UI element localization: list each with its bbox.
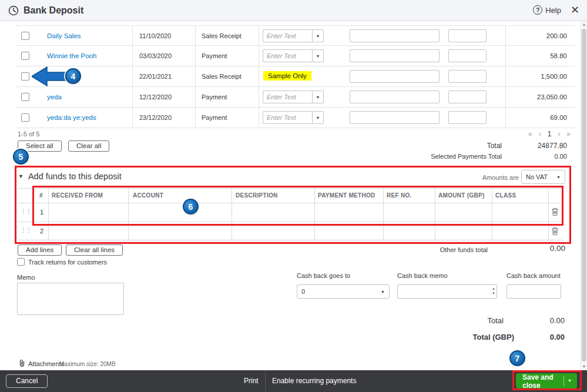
cancel-button[interactable]: Cancel	[6, 374, 48, 388]
chevron-down-icon: ▼	[316, 95, 320, 99]
step-badge-6: 6	[183, 199, 199, 215]
tax-treatment-select[interactable]: No VAT ▼	[521, 170, 565, 184]
sample-only-highlight[interactable]: Sample Only	[263, 71, 311, 81]
row-checkbox[interactable]	[21, 32, 29, 40]
row-checkbox[interactable]	[21, 52, 29, 60]
step-badge-4: 4	[65, 68, 81, 84]
row-text-input-2[interactable]	[448, 111, 487, 124]
cash-back-goes-to-label: Cash back goes to	[297, 272, 350, 279]
customer-link[interactable]: Daily Sales	[47, 32, 81, 39]
customer-link[interactable]: Winnie the Pooh	[47, 52, 96, 59]
clear-all-lines-button[interactable]: Clear all lines	[66, 244, 123, 256]
customer-link[interactable]: yeda:da ye:yeds	[47, 114, 96, 121]
chevron-down-icon[interactable]: ▼	[568, 378, 572, 383]
row-text-input-1[interactable]	[350, 70, 440, 83]
dropdown-button[interactable]: ▼	[312, 49, 324, 62]
chevron-down-icon: ▼	[556, 175, 561, 179]
cash-back-account-select[interactable]: 0 ▼	[297, 284, 390, 299]
row-checkbox[interactable]	[21, 113, 29, 122]
vertical-scrollbar[interactable]: ▲ ▼	[581, 21, 587, 370]
cash-back-memo-field: ▲▼	[397, 284, 497, 299]
help-label: Help	[545, 6, 561, 15]
scrollbar-thumb[interactable]	[582, 29, 586, 361]
type-cell: Payment	[202, 93, 227, 100]
trash-icon[interactable]	[551, 207, 559, 219]
table-row: 22/01/2021 Sales Receipt Sample Only 1,5…	[16, 66, 575, 87]
spinner-up-icon[interactable]: ▲	[492, 287, 495, 290]
type-cell: Sales Receipt	[202, 32, 241, 39]
header-bar: Bank Deposit ? Help ✕	[0, 0, 587, 21]
type-cell: Sales Receipt	[202, 73, 241, 80]
spinner-down-icon[interactable]: ▼	[492, 292, 495, 295]
track-returns-label: Track returns for customers	[28, 259, 107, 266]
help-button[interactable]: ? Help	[533, 5, 561, 15]
attachments-label: Attachments	[28, 360, 64, 367]
payment-method-input[interactable]	[263, 111, 312, 124]
row-text-input-1[interactable]	[350, 111, 440, 124]
row-text-input-2[interactable]	[448, 29, 487, 42]
row-text-input-2[interactable]	[448, 91, 487, 103]
prev-page-button[interactable]: ‹	[539, 130, 541, 138]
amount-cell: 58.80	[550, 52, 567, 59]
column-header-ref-no: REF NO.	[387, 189, 412, 203]
row-number: 2	[40, 227, 43, 234]
drag-handle-icon[interactable]: ⋮⋮	[21, 227, 31, 233]
row-text-input-1[interactable]	[350, 91, 440, 103]
date-cell: 22/01/2021	[139, 73, 172, 80]
row-text-input-1[interactable]	[350, 29, 440, 42]
first-page-button[interactable]: «	[528, 130, 532, 138]
table-row: yeda:da ye:yeds 23/12/2020 Payment ▼ 69.…	[16, 108, 575, 128]
customer-link[interactable]: yeda	[47, 93, 62, 100]
last-page-button[interactable]: »	[566, 130, 571, 138]
cash-back-amount-input[interactable]	[507, 284, 561, 299]
recurring-payments-button[interactable]: Enable recurring payments	[272, 377, 356, 385]
type-cell: Payment	[202, 52, 227, 59]
payment-method-input[interactable]	[263, 91, 312, 103]
clear-all-button[interactable]: Clear all	[68, 140, 109, 152]
next-page-button[interactable]: ›	[558, 130, 560, 138]
scrollbar-down-icon[interactable]: ▼	[581, 363, 587, 370]
add-lines-button[interactable]: Add lines	[18, 244, 62, 256]
chevron-down-icon: ▼	[316, 54, 320, 58]
other-funds-total-label: Other funds total	[440, 246, 488, 253]
chevron-down-icon: ▼	[381, 290, 385, 294]
date-cell: 03/03/2020	[139, 52, 172, 59]
column-header-number: #	[39, 189, 43, 203]
column-header-received-from: RECEIVED FROM	[52, 189, 103, 203]
selected-payments-total-label: Selected Payments Total	[431, 153, 502, 160]
add-funds-section-toggle[interactable]: ▼ Add funds to this deposit	[18, 172, 122, 181]
payment-method-combo: ▼	[263, 91, 324, 103]
scrollbar-up-icon[interactable]: ▲	[581, 21, 587, 28]
track-returns-checkbox[interactable]	[17, 258, 25, 266]
attachments-button[interactable]: Attachments	[19, 359, 64, 368]
row-text-input-2[interactable]	[448, 49, 487, 62]
grand-total-value: 0.00	[550, 316, 565, 325]
page-title: Bank Deposit	[24, 5, 83, 16]
attachments-max-size: Maximum size: 20MB	[59, 361, 116, 367]
selected-payments-total-value: 0.00	[555, 153, 567, 160]
print-button[interactable]: Print	[244, 377, 259, 385]
payment-method-combo: ▼	[263, 49, 324, 62]
recent-transactions-icon[interactable]	[8, 5, 19, 19]
payment-method-combo: ▼	[263, 29, 324, 42]
payment-method-input[interactable]	[263, 29, 312, 42]
row-text-input-1[interactable]	[350, 49, 440, 62]
drag-handle-icon[interactable]: ⋮⋮	[21, 208, 31, 215]
row-checkbox[interactable]	[21, 72, 29, 81]
cash-back-account-value: 0	[301, 288, 305, 295]
trash-icon[interactable]	[551, 227, 559, 238]
memo-input[interactable]	[17, 283, 124, 315]
add-funds-title: Add funds to this deposit	[28, 172, 122, 181]
dropdown-button[interactable]: ▼	[312, 91, 324, 103]
row-text-input-2[interactable]	[448, 70, 487, 83]
column-header-amount: AMOUNT (GBP)	[438, 189, 485, 203]
dropdown-button[interactable]: ▼	[312, 29, 324, 42]
cash-back-memo-input[interactable]	[397, 284, 497, 299]
dropdown-button[interactable]: ▼	[312, 111, 324, 124]
close-icon[interactable]: ✕	[571, 4, 579, 16]
other-funds-total-value: 0.00	[550, 244, 565, 253]
payment-method-input[interactable]	[263, 49, 312, 62]
column-header-payment-method: PAYMENT METHOD	[318, 189, 375, 203]
footer-bar: Cancel Print Enable recurring payments	[0, 370, 587, 392]
row-checkbox[interactable]	[21, 93, 29, 101]
